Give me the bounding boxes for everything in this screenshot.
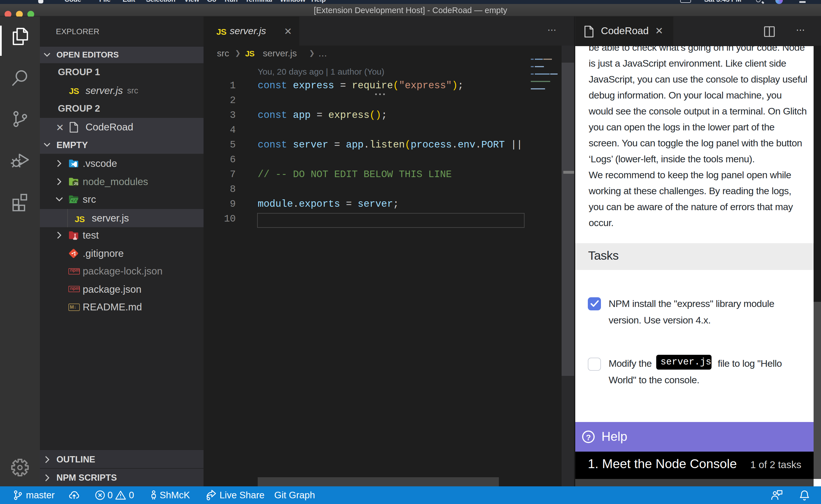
svg-text:</>: </> [71,199,78,203]
svg-text:JS: JS [74,181,78,185]
